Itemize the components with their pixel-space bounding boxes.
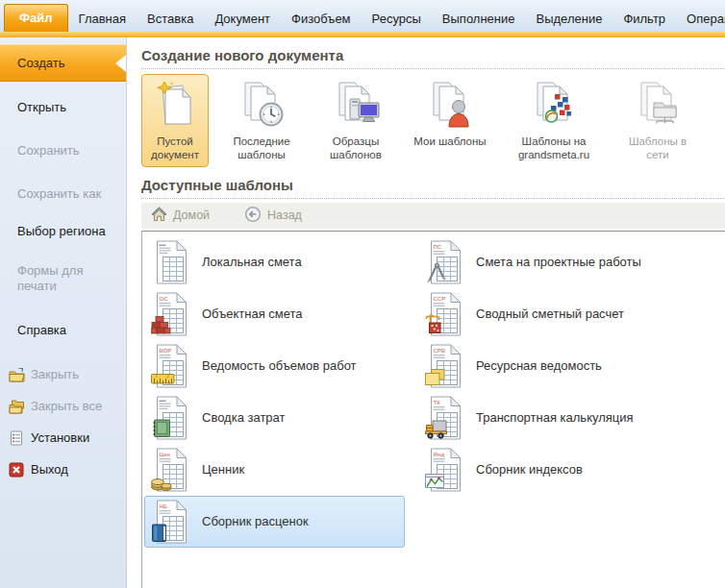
sidebar-item-label: Справка [17,323,74,338]
template-kind[interactable]: Шаблоны в сети [616,74,699,167]
back-icon [244,206,262,226]
sidebar-item-label: Сохранить как [17,186,109,202]
template-kind[interactable]: Образцы шаблонов [314,74,397,167]
template-kind-label: Шаблоны в сети [619,135,696,162]
sidebar-item-label: Установки [31,430,97,446]
ribbon-tab[interactable]: Файл [4,4,68,32]
ribbon-tab-label: Фильтр [623,12,665,26]
ribbon-tab[interactable]: Выполнение [432,7,526,32]
ribbon-tab-label: Главная [79,12,126,26]
sidebar-item-label: Сохранить [17,143,88,159]
svg-text:ПС: ПС [434,244,442,250]
folders-close-all-icon [9,399,25,415]
sidebar-item[interactable]: Выход [0,460,126,479]
sidebar-item-label: Закрыть все [31,399,110,414]
ribbon-tab-bar: Файл Главная Вставка Документ Физобъем Р… [0,0,725,32]
template-item-label: Ценник [202,462,244,477]
crane-page-icon: ССР [425,292,463,336]
sidebar-item[interactable]: Создать [0,44,126,82]
sidebar-item[interactable]: Сохранить как [0,184,126,204]
template-item[interactable]: Цен Ценник [144,444,405,496]
sidebar-item[interactable]: Выбор региона [0,222,126,241]
ribbon-tab[interactable]: Вставка [137,7,204,32]
templates-column-right: ПС Смета на проектные работы ССР Сводный… [418,236,725,588]
template-item[interactable]: ТК Транспортная калькуляция [418,392,725,444]
template-item-label: Транспортная калькуляция [476,410,634,425]
exit-icon [9,462,25,478]
ribbon-tab[interactable]: Документ [204,7,281,32]
svg-text:1: 1 [156,375,158,379]
template-item[interactable]: ВОР12 Ведомость объемов работ [144,340,405,392]
ribbon-tab[interactable]: Выделение [526,7,613,32]
template-item-label: Сводный сметный расчет [476,306,624,321]
sidebar-item[interactable]: Установки [0,429,126,448]
backstage-main: Создание нового документа Пустой докумен… [127,37,725,588]
available-templates-header: Доступные шаблоны [141,177,725,193]
template-item-label: Ведомость объемов работ [202,358,357,373]
ribbon-tab[interactable]: Ресурсы [362,7,432,32]
sidebar-item-label: Создать [17,56,72,71]
template-kind[interactable]: Мои шаблоны [409,74,491,153]
template-item[interactable]: ПС Смета на проектные работы [418,236,725,288]
home-icon [151,207,167,225]
svg-text:Цен: Цен [160,452,171,457]
ribbon-tab-label: Вставка [147,12,193,26]
svg-text:ТК: ТК [434,400,441,405]
ruler-page-icon: ВОР12 [151,344,189,388]
svg-text:НБ: НБ [160,503,168,509]
back-button[interactable]: Назад [244,206,302,226]
templates-toolbar: Домой Назад [141,203,725,229]
sidebar-item[interactable]: Закрыть все [0,397,126,416]
sidebar-item[interactable]: Справка [0,321,126,340]
divider [141,198,725,199]
ribbon-tab[interactable]: Главная [68,7,137,32]
sidebar-item-label: Выход [31,462,76,478]
coins-page-icon: Цен [151,448,189,492]
svg-text:Инд: Инд [434,452,445,457]
template-item[interactable]: Инд Сборник индексов [418,444,725,496]
template-kind-label: Мои шаблоны [413,135,486,148]
svg-text:ОС: ОС [160,296,169,302]
template-kind-label: Образцы шаблонов [317,135,394,162]
recent-templates-icon [237,79,287,133]
sidebar-item[interactable]: Открыть [0,98,126,117]
grandsmeta-templates-icon [529,79,579,133]
blank-document-icon [150,79,200,133]
sidebar-item[interactable]: Формы для печати [0,263,126,293]
template-item[interactable]: ОС Объектная смета [144,288,405,340]
ribbon-tab[interactable]: Операции [676,7,725,32]
template-item[interactable]: ССР Сводный сметный расчет [418,288,725,340]
template-item[interactable]: Локальная смета [144,236,405,288]
ribbon-tab-label: Операции [687,12,725,26]
ribbon-tab[interactable]: Фильтр [612,7,676,32]
compass-page-icon: ПС [425,240,463,284]
table-page-icon [151,240,189,284]
ribbon-tab-label: Выделение [537,12,603,26]
template-kind[interactable]: Пустой документ [141,74,209,167]
sidebar-item[interactable]: Сохранить [0,141,126,160]
ribbon-tab-label: Файл [19,11,53,25]
template-item-label: Сборник индексов [476,462,583,477]
ribbon-tab-label: Выполнение [442,12,515,26]
template-item[interactable]: Сводка затрат [144,392,405,444]
notebook-page-icon [151,396,189,440]
home-button-label: Домой [173,208,210,222]
template-item[interactable]: СРВ Ресурсная ведомость [418,340,725,392]
my-templates-icon [425,79,475,133]
template-item-label: Сборник расценок [202,514,309,528]
svg-text:2: 2 [167,375,169,379]
truck-page-icon: ТК [425,396,463,440]
quick-access-toolbar-icon[interactable] [12,0,27,6]
template-kind[interactable]: Последние шаблоны [220,74,303,167]
template-item-label: Объектная смета [202,306,303,321]
templates-column-left: Локальная смета ОС Объектная смета ВОР12… [144,236,418,588]
sidebar-item[interactable]: Закрыть [0,365,126,384]
template-kind[interactable]: Шаблоны на grandsmeta.ru [503,74,605,167]
home-button[interactable]: Домой [151,207,210,225]
template-item[interactable]: НБ Сборник расценок [144,496,405,548]
ribbon-tab[interactable]: Физобъем [281,7,362,32]
svg-text:ВОР: ВОР [160,348,172,354]
svg-text:СРВ: СРВ [434,348,446,354]
template-item-label: Ресурсная ведомость [476,358,602,373]
bricks-page-icon: ОС [151,292,189,336]
